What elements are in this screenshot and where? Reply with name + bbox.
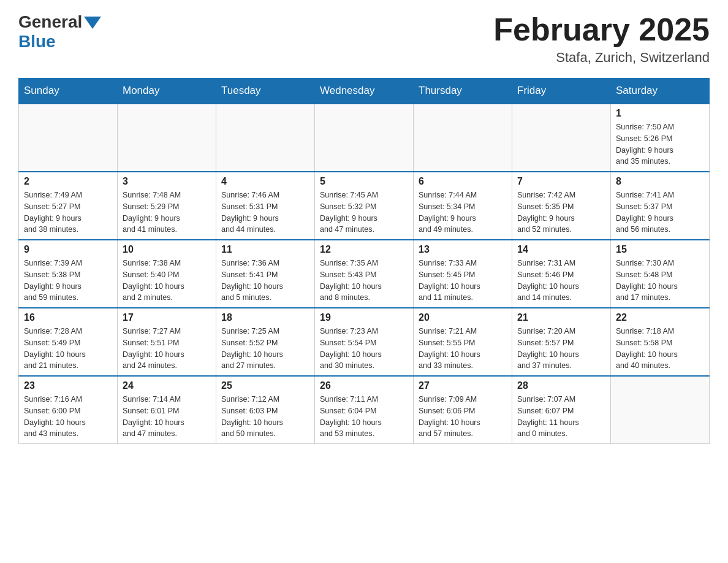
day-number: 23	[24, 380, 112, 391]
calendar-cell: 23Sunrise: 7:16 AMSunset: 6:00 PMDayligh…	[19, 376, 118, 444]
calendar-cell: 18Sunrise: 7:25 AMSunset: 5:52 PMDayligh…	[216, 308, 315, 376]
day-info: Sunrise: 7:50 AMSunset: 5:26 PMDaylight:…	[616, 121, 704, 167]
day-number: 4	[221, 176, 309, 187]
page-header: General Blue February 2025 Stafa, Zurich…	[18, 12, 710, 66]
day-number: 8	[616, 176, 704, 187]
calendar-header-row: SundayMondayTuesdayWednesdayThursdayFrid…	[19, 79, 710, 104]
day-info: Sunrise: 7:21 AMSunset: 5:55 PMDaylight:…	[419, 326, 507, 372]
calendar-cell: 28Sunrise: 7:07 AMSunset: 6:07 PMDayligh…	[512, 376, 611, 444]
day-info: Sunrise: 7:33 AMSunset: 5:45 PMDaylight:…	[419, 258, 507, 304]
day-info: Sunrise: 7:14 AMSunset: 6:01 PMDaylight:…	[123, 394, 211, 440]
calendar-cell: 8Sunrise: 7:41 AMSunset: 5:37 PMDaylight…	[611, 172, 710, 240]
col-header-monday: Monday	[118, 79, 216, 104]
calendar-cell: 2Sunrise: 7:49 AMSunset: 5:27 PMDaylight…	[19, 172, 118, 240]
calendar-cell: 24Sunrise: 7:14 AMSunset: 6:01 PMDayligh…	[118, 376, 216, 444]
day-number: 22	[616, 312, 704, 323]
day-number: 26	[320, 380, 408, 391]
calendar-cell	[512, 104, 611, 172]
day-info: Sunrise: 7:48 AMSunset: 5:29 PMDaylight:…	[123, 190, 211, 236]
day-info: Sunrise: 7:35 AMSunset: 5:43 PMDaylight:…	[320, 258, 408, 304]
day-number: 7	[517, 176, 605, 187]
calendar-cell: 13Sunrise: 7:33 AMSunset: 5:45 PMDayligh…	[414, 240, 512, 308]
col-header-thursday: Thursday	[414, 79, 512, 104]
day-number: 25	[221, 380, 309, 391]
logo: General Blue	[18, 12, 101, 52]
col-header-wednesday: Wednesday	[315, 79, 414, 104]
col-header-sunday: Sunday	[19, 79, 118, 104]
day-number: 3	[123, 176, 211, 187]
day-number: 21	[517, 312, 605, 323]
calendar-cell: 5Sunrise: 7:45 AMSunset: 5:32 PMDaylight…	[315, 172, 414, 240]
day-number: 5	[320, 176, 408, 187]
logo-triangle-icon	[84, 17, 101, 29]
day-number: 10	[123, 244, 211, 255]
day-info: Sunrise: 7:49 AMSunset: 5:27 PMDaylight:…	[24, 190, 112, 236]
col-header-friday: Friday	[512, 79, 611, 104]
day-info: Sunrise: 7:31 AMSunset: 5:46 PMDaylight:…	[517, 258, 605, 304]
day-info: Sunrise: 7:38 AMSunset: 5:40 PMDaylight:…	[123, 258, 211, 304]
day-number: 2	[24, 176, 112, 187]
day-number: 16	[24, 312, 112, 323]
calendar-week-row-2: 2Sunrise: 7:49 AMSunset: 5:27 PMDaylight…	[19, 172, 710, 240]
col-header-tuesday: Tuesday	[216, 79, 315, 104]
calendar-cell	[118, 104, 216, 172]
day-number: 17	[123, 312, 211, 323]
day-info: Sunrise: 7:41 AMSunset: 5:37 PMDaylight:…	[616, 190, 704, 236]
day-info: Sunrise: 7:42 AMSunset: 5:35 PMDaylight:…	[517, 190, 605, 236]
day-info: Sunrise: 7:44 AMSunset: 5:34 PMDaylight:…	[419, 190, 507, 236]
calendar-cell: 10Sunrise: 7:38 AMSunset: 5:40 PMDayligh…	[118, 240, 216, 308]
calendar-week-row-3: 9Sunrise: 7:39 AMSunset: 5:38 PMDaylight…	[19, 240, 710, 308]
calendar-cell	[19, 104, 118, 172]
day-number: 14	[517, 244, 605, 255]
day-info: Sunrise: 7:09 AMSunset: 6:06 PMDaylight:…	[419, 394, 507, 440]
calendar-cell: 15Sunrise: 7:30 AMSunset: 5:48 PMDayligh…	[611, 240, 710, 308]
day-number: 28	[517, 380, 605, 391]
day-info: Sunrise: 7:36 AMSunset: 5:41 PMDaylight:…	[221, 258, 309, 304]
calendar-cell: 1Sunrise: 7:50 AMSunset: 5:26 PMDaylight…	[611, 104, 710, 172]
day-info: Sunrise: 7:18 AMSunset: 5:58 PMDaylight:…	[616, 326, 704, 372]
calendar-cell: 25Sunrise: 7:12 AMSunset: 6:03 PMDayligh…	[216, 376, 315, 444]
calendar-cell: 11Sunrise: 7:36 AMSunset: 5:41 PMDayligh…	[216, 240, 315, 308]
calendar-cell: 22Sunrise: 7:18 AMSunset: 5:58 PMDayligh…	[611, 308, 710, 376]
calendar-cell: 3Sunrise: 7:48 AMSunset: 5:29 PMDaylight…	[118, 172, 216, 240]
month-title: February 2025	[493, 12, 710, 47]
day-info: Sunrise: 7:45 AMSunset: 5:32 PMDaylight:…	[320, 190, 408, 236]
day-number: 6	[419, 176, 507, 187]
calendar-cell: 27Sunrise: 7:09 AMSunset: 6:06 PMDayligh…	[414, 376, 512, 444]
day-number: 24	[123, 380, 211, 391]
calendar-cell	[611, 376, 710, 444]
day-info: Sunrise: 7:11 AMSunset: 6:04 PMDaylight:…	[320, 394, 408, 440]
calendar-cell	[216, 104, 315, 172]
day-info: Sunrise: 7:39 AMSunset: 5:38 PMDaylight:…	[24, 258, 112, 304]
calendar-week-row-4: 16Sunrise: 7:28 AMSunset: 5:49 PMDayligh…	[19, 308, 710, 376]
calendar-cell: 7Sunrise: 7:42 AMSunset: 5:35 PMDaylight…	[512, 172, 611, 240]
day-number: 18	[221, 312, 309, 323]
day-info: Sunrise: 7:28 AMSunset: 5:49 PMDaylight:…	[24, 326, 112, 372]
day-number: 27	[419, 380, 507, 391]
calendar-cell: 21Sunrise: 7:20 AMSunset: 5:57 PMDayligh…	[512, 308, 611, 376]
logo-general: General	[18, 12, 82, 32]
calendar-cell: 14Sunrise: 7:31 AMSunset: 5:46 PMDayligh…	[512, 240, 611, 308]
calendar-cell	[414, 104, 512, 172]
calendar-cell: 19Sunrise: 7:23 AMSunset: 5:54 PMDayligh…	[315, 308, 414, 376]
day-number: 20	[419, 312, 507, 323]
logo-blue: Blue	[18, 32, 56, 52]
day-info: Sunrise: 7:46 AMSunset: 5:31 PMDaylight:…	[221, 190, 309, 236]
day-number: 9	[24, 244, 112, 255]
calendar-table: SundayMondayTuesdayWednesdayThursdayFrid…	[18, 78, 710, 444]
calendar-cell: 4Sunrise: 7:46 AMSunset: 5:31 PMDaylight…	[216, 172, 315, 240]
day-info: Sunrise: 7:25 AMSunset: 5:52 PMDaylight:…	[221, 326, 309, 372]
calendar-cell: 9Sunrise: 7:39 AMSunset: 5:38 PMDaylight…	[19, 240, 118, 308]
col-header-saturday: Saturday	[611, 79, 710, 104]
calendar-cell	[315, 104, 414, 172]
calendar-cell: 12Sunrise: 7:35 AMSunset: 5:43 PMDayligh…	[315, 240, 414, 308]
day-number: 12	[320, 244, 408, 255]
day-info: Sunrise: 7:12 AMSunset: 6:03 PMDaylight:…	[221, 394, 309, 440]
calendar-cell: 17Sunrise: 7:27 AMSunset: 5:51 PMDayligh…	[118, 308, 216, 376]
calendar-cell: 20Sunrise: 7:21 AMSunset: 5:55 PMDayligh…	[414, 308, 512, 376]
calendar-week-row-5: 23Sunrise: 7:16 AMSunset: 6:00 PMDayligh…	[19, 376, 710, 444]
day-info: Sunrise: 7:30 AMSunset: 5:48 PMDaylight:…	[616, 258, 704, 304]
day-info: Sunrise: 7:20 AMSunset: 5:57 PMDaylight:…	[517, 326, 605, 372]
title-block: February 2025 Stafa, Zurich, Switzerland	[493, 12, 710, 66]
location-subtitle: Stafa, Zurich, Switzerland	[493, 50, 710, 66]
